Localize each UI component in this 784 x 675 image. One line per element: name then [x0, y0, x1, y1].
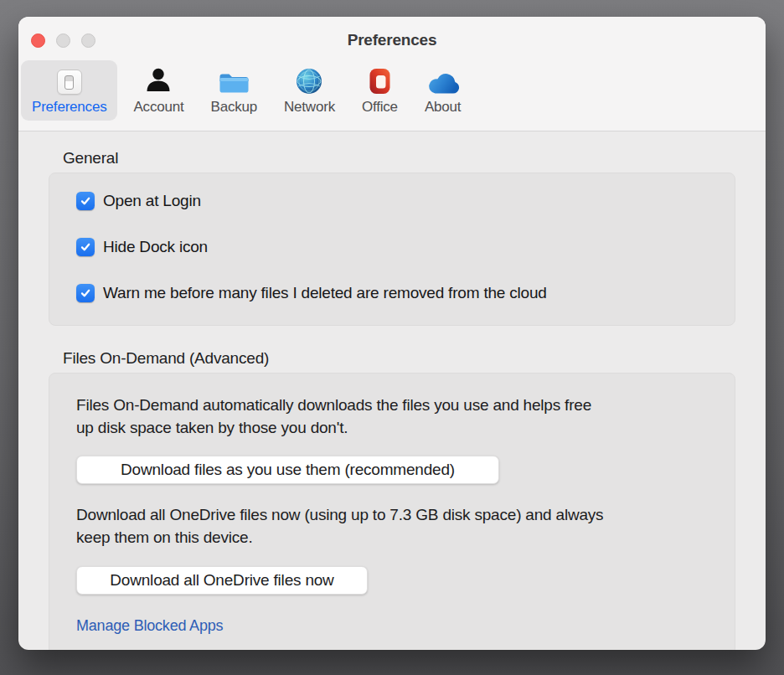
tab-network[interactable]: Network	[273, 60, 346, 121]
switch-icon	[57, 66, 82, 95]
preferences-pane: General Open at Login Hide Dock icon War…	[18, 131, 766, 650]
tab-office[interactable]: Office	[351, 60, 409, 121]
hide-dock-icon-label: Hide Dock icon	[103, 238, 208, 256]
warn-before-delete-checkbox[interactable]	[76, 284, 95, 302]
general-group-box: Open at Login Hide Dock icon Warn me bef…	[49, 173, 735, 326]
tab-backup[interactable]: Backup	[200, 60, 269, 121]
hide-dock-icon-checkbox[interactable]	[76, 238, 95, 256]
globe-icon	[296, 66, 322, 95]
person-icon	[144, 66, 173, 95]
folder-icon	[219, 66, 249, 95]
preferences-window: Preferences Preferences Account	[18, 17, 766, 650]
window-top: Preferences Preferences Account	[18, 17, 766, 131]
open-at-login-label: Open at Login	[103, 192, 201, 210]
warn-before-delete-row: Warn me before many files I deleted are …	[76, 284, 708, 302]
download-all-button[interactable]: Download all OneDrive files now	[76, 566, 368, 595]
tab-account-label: Account	[133, 99, 183, 116]
hide-dock-icon-row: Hide Dock icon	[76, 238, 708, 256]
tab-network-label: Network	[284, 99, 335, 116]
warn-before-delete-label: Warn me before many files I deleted are …	[103, 284, 547, 302]
manage-blocked-apps-link[interactable]: Manage Blocked Apps	[76, 617, 223, 634]
general-heading: General	[63, 149, 735, 167]
tab-about[interactable]: About	[414, 60, 472, 121]
files-on-demand-heading: Files On-Demand (Advanced)	[63, 349, 735, 368]
toolbar: Preferences Account	[18, 57, 766, 131]
open-at-login-checkbox[interactable]	[76, 192, 95, 210]
download-as-used-button[interactable]: Download files as you use them (recommen…	[76, 456, 499, 484]
files-on-demand-description: Files On-Demand automatically downloads …	[76, 394, 708, 439]
open-at-login-row: Open at Login	[76, 192, 708, 210]
download-all-description: Download all OneDrive files now (using u…	[76, 503, 708, 549]
tab-office-label: Office	[362, 99, 398, 116]
tab-preferences-label: Preferences	[32, 99, 106, 116]
tab-backup-label: Backup	[211, 99, 258, 116]
tab-account[interactable]: Account	[122, 60, 194, 121]
titlebar: Preferences	[18, 17, 766, 57]
tab-preferences[interactable]: Preferences	[21, 60, 117, 121]
window-title: Preferences	[18, 31, 766, 49]
office-logo-icon	[368, 66, 392, 95]
files-on-demand-group-box: Files On-Demand automatically downloads …	[49, 373, 735, 650]
onedrive-cloud-icon	[426, 66, 460, 95]
tab-about-label: About	[425, 99, 461, 116]
